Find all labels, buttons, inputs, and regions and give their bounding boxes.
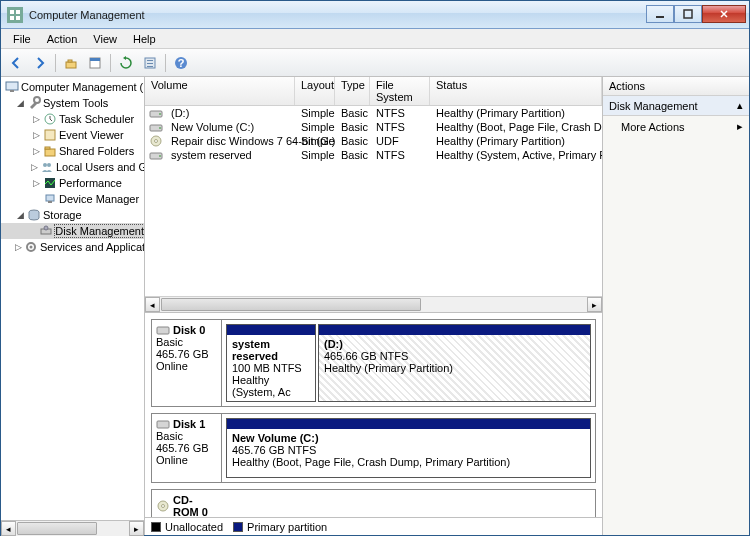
up-button[interactable] (60, 52, 82, 74)
volume-scrollbar[interactable]: ◂ ▸ (145, 296, 602, 312)
cdrom-info: CD-ROM 0 DVD (E:) No Media (152, 490, 222, 517)
maximize-button[interactable] (674, 5, 702, 23)
tree-performance[interactable]: ▷Performance (1, 175, 144, 191)
menu-file[interactable]: File (5, 31, 39, 47)
menu-action[interactable]: Action (39, 31, 86, 47)
disk-0-block[interactable]: Disk 0 Basic 465.76 GB Online system res… (151, 319, 596, 407)
svg-rect-17 (6, 82, 18, 90)
svg-point-19 (34, 97, 40, 103)
col-filesystem[interactable]: File System (370, 77, 430, 105)
expand-icon[interactable]: ▷ (31, 162, 38, 172)
tree-root[interactable]: Computer Management (Local) (1, 79, 144, 95)
disk-1-block[interactable]: Disk 1 Basic 465.76 GB Online New Volume… (151, 413, 596, 483)
settings-button[interactable] (139, 52, 161, 74)
scroll-left-button[interactable]: ◂ (145, 297, 160, 312)
toolbar-divider (110, 54, 111, 72)
scrollbar-thumb[interactable] (17, 522, 97, 535)
actions-header: Actions (603, 77, 749, 96)
disk-icon (156, 418, 170, 430)
close-button[interactable] (702, 5, 746, 23)
svg-text:?: ? (178, 57, 185, 69)
svg-rect-6 (684, 10, 692, 18)
collapse-icon[interactable]: ◢ (15, 210, 25, 220)
tree-local-users[interactable]: ▷Local Users and Groups (1, 159, 144, 175)
expand-icon[interactable]: ▷ (31, 146, 41, 156)
expand-icon[interactable]: ▷ (31, 178, 41, 188)
scrollbar-track[interactable] (16, 521, 129, 535)
tree-device-manager[interactable]: Device Manager (1, 191, 144, 207)
volume-row[interactable]: system reservedSimpleBasicNTFSHealthy (S… (145, 148, 602, 162)
scroll-right-button[interactable]: ▸ (587, 297, 602, 312)
col-layout[interactable]: Layout (295, 77, 335, 105)
col-volume[interactable]: Volume (145, 77, 295, 105)
partition-stripe (319, 325, 590, 335)
partition-system-reserved[interactable]: system reserved100 MB NTFSHealthy (Syste… (226, 324, 316, 402)
legend-bar: Unallocated Primary partition (145, 517, 602, 535)
svg-rect-28 (48, 201, 52, 203)
svg-rect-10 (90, 58, 100, 61)
svg-rect-21 (45, 130, 55, 140)
tree-system-tools[interactable]: ◢System Tools (1, 95, 144, 111)
collapse-icon[interactable]: ◢ (15, 98, 25, 108)
tree-disk-management[interactable]: Disk Management (1, 223, 144, 239)
cdrom-block[interactable]: CD-ROM 0 DVD (E:) No Media (151, 489, 596, 517)
expand-icon[interactable]: ▷ (15, 242, 22, 252)
properties-button[interactable] (84, 52, 106, 74)
forward-button[interactable] (29, 52, 51, 74)
legend-unallocated-swatch (151, 522, 161, 532)
tree-shared-folders[interactable]: ▷Shared Folders (1, 143, 144, 159)
help-button[interactable]: ? (170, 52, 192, 74)
minimize-button[interactable] (646, 5, 674, 23)
disk-graphical-view[interactable]: Disk 0 Basic 465.76 GB Online system res… (145, 313, 602, 517)
refresh-button[interactable] (115, 52, 137, 74)
device-icon (43, 192, 57, 206)
menu-help[interactable]: Help (125, 31, 164, 47)
svg-rect-1 (10, 10, 14, 14)
tree-storage[interactable]: ◢Storage (1, 207, 144, 223)
svg-point-24 (43, 163, 47, 167)
volume-row[interactable]: Repair disc Windows 7 64-bit (G:)SimpleB… (145, 134, 602, 148)
toolbar-divider (55, 54, 56, 72)
actions-more[interactable]: More Actions ▸ (603, 116, 749, 137)
volume-row[interactable]: (D:)SimpleBasicNTFSHealthy (Primary Part… (145, 106, 602, 120)
window-title: Computer Management (29, 9, 646, 21)
col-type[interactable]: Type (335, 77, 370, 105)
navigation-tree[interactable]: Computer Management (Local) ◢System Tool… (1, 77, 145, 535)
partition-stripe (227, 419, 590, 429)
tree-services-apps[interactable]: ▷Services and Applications (1, 239, 144, 255)
partition-c[interactable]: New Volume (C:)465.76 GB NTFSHealthy (Bo… (226, 418, 591, 478)
storage-icon (27, 208, 41, 222)
svg-point-35 (159, 113, 161, 115)
svg-point-33 (30, 246, 33, 249)
tree-task-scheduler[interactable]: ▷Task Scheduler (1, 111, 144, 127)
submenu-arrow-icon: ▸ (737, 120, 743, 133)
actions-disk-management[interactable]: Disk Management ▴ (603, 96, 749, 116)
disc-icon (156, 500, 170, 512)
toolbar: ? (1, 49, 749, 77)
volume-list[interactable]: Volume Layout Type File System Status (D… (145, 77, 602, 313)
scrollbar-thumb[interactable] (161, 298, 421, 311)
tree-event-viewer[interactable]: ▷Event Viewer (1, 127, 144, 143)
legend-unallocated-label: Unallocated (165, 521, 223, 533)
volume-row[interactable]: New Volume (C:)SimpleBasicNTFSHealthy (B… (145, 120, 602, 134)
menu-view[interactable]: View (85, 31, 125, 47)
partition-d[interactable]: (D:)465.66 GB NTFSHealthy (Primary Parti… (318, 324, 591, 402)
svg-rect-7 (66, 62, 76, 68)
scrollbar-track[interactable] (160, 297, 587, 312)
window-icon (7, 7, 23, 23)
back-button[interactable] (5, 52, 27, 74)
svg-rect-13 (147, 63, 153, 64)
scroll-left-button[interactable]: ◂ (1, 521, 16, 535)
toolbar-divider (165, 54, 166, 72)
disk-1-info: Disk 1 Basic 465.76 GB Online (152, 414, 222, 482)
svg-rect-4 (16, 16, 20, 20)
scroll-right-button[interactable]: ▸ (129, 521, 144, 535)
expand-icon[interactable]: ▷ (31, 130, 41, 140)
svg-rect-42 (157, 327, 169, 334)
expand-icon[interactable]: ▷ (31, 114, 41, 124)
svg-rect-0 (7, 7, 23, 23)
menu-bar: File Action View Help (1, 29, 749, 49)
volume-list-body: (D:)SimpleBasicNTFSHealthy (Primary Part… (145, 106, 602, 296)
col-status[interactable]: Status (430, 77, 602, 105)
computer-icon (5, 80, 19, 94)
